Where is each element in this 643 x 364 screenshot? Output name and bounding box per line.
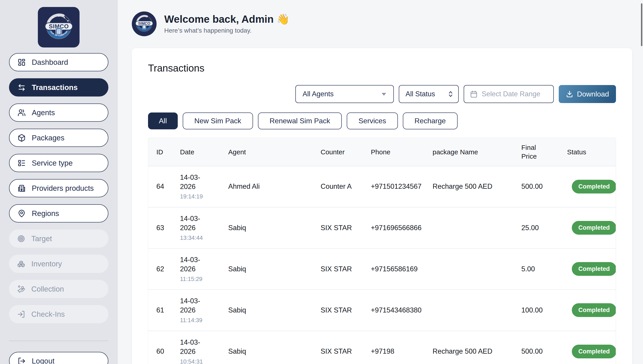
cell-status: Completed	[567, 248, 616, 290]
column-header-package-name: package Name	[433, 138, 521, 166]
cell-price: 100.00	[521, 290, 567, 331]
sidebar-item-label: Check-Ins	[31, 310, 65, 318]
sidebar-item-label: Regions	[32, 209, 59, 218]
status-badge: Completed	[572, 303, 616, 317]
dropdown-triangle-icon	[381, 92, 387, 96]
column-header-counter: Counter	[321, 138, 371, 166]
cell-package: Recharge 500 AED	[433, 331, 521, 364]
sidebar-item-label: Target	[31, 234, 52, 243]
table-header-row: ID Date Agent Counter Phone package Name…	[148, 138, 616, 166]
agents-filter-dropdown[interactable]: All Agents	[295, 85, 394, 103]
select-chevrons-icon	[448, 90, 453, 98]
sidebar-item-transactions[interactable]: Transactions	[9, 78, 108, 96]
sidebar-item-check-ins[interactable]: Check-Ins	[9, 305, 108, 323]
date-value: 14-03-2026	[180, 296, 207, 315]
cell-id: 62	[148, 248, 180, 290]
cell-id: 64	[148, 166, 180, 207]
time-value: 11:15:29	[180, 276, 228, 282]
download-button[interactable]: Download	[559, 85, 616, 103]
cell-agent: Sabiq	[228, 248, 321, 290]
status-filter-select[interactable]: All Status	[399, 85, 459, 103]
sidebar-item-label: Providers products	[32, 184, 94, 192]
cell-phone: +971696566866	[371, 207, 433, 248]
sidebar-item-agents[interactable]: Agents	[9, 104, 108, 122]
date-range-input[interactable]	[482, 90, 547, 98]
status-filter-value: All Status	[405, 90, 435, 98]
sidebar-item-service-type[interactable]: Service type	[9, 154, 108, 172]
page-title: Welcome back, Admin 👋	[164, 14, 290, 25]
table-row: 61 14-03-2026 11:14:39 Sabiq SIX STAR +9…	[148, 290, 616, 331]
target-icon	[17, 235, 25, 243]
cell-status: Completed	[567, 166, 616, 207]
cell-date: 14-03-2026 11:15:29	[180, 248, 228, 290]
time-value: 19:14:19	[180, 193, 228, 200]
tab-recharge[interactable]: Recharge	[403, 112, 458, 129]
vertical-scrollbar-thumb[interactable]	[641, 3, 642, 46]
date-value: 14-03-2026	[180, 173, 207, 192]
date-value: 14-03-2026	[180, 338, 207, 356]
agents-filter-value: All Agents	[303, 90, 334, 98]
sidebar-item-label: Agents	[32, 108, 55, 117]
tab-all[interactable]: All	[148, 112, 178, 129]
regions-pin-icon	[18, 210, 26, 218]
packages-box-icon	[18, 134, 26, 142]
table-row: 62 14-03-2026 11:15:29 Sabiq SIX STAR +9…	[148, 248, 616, 290]
cell-price: 25.00	[521, 207, 567, 248]
cell-agent: Sabiq	[228, 207, 321, 248]
cell-price: 500.00	[521, 166, 567, 207]
sidebar-item-packages[interactable]: Packages	[9, 129, 108, 147]
cell-counter: Counter A	[321, 166, 371, 207]
cell-agent: Sabiq	[228, 290, 321, 331]
sidebar-item-collection[interactable]: Collection	[9, 280, 108, 298]
table-row: 60 14-03-2026 10:54:31 Sabiq SIX STAR +9…	[148, 331, 616, 364]
logout-button[interactable]: Logout	[9, 352, 108, 364]
cell-id: 63	[148, 207, 180, 248]
date-value: 14-03-2026	[180, 255, 207, 274]
column-header-date: Date	[180, 138, 228, 166]
cell-status: Completed	[567, 207, 616, 248]
cell-counter: SIX STAR	[321, 207, 371, 248]
sidebar-nav: Dashboard Transactions Agents Packages S…	[0, 53, 117, 323]
date-range-field[interactable]	[464, 85, 554, 103]
sidebar-item-target[interactable]: Target	[9, 230, 108, 248]
filters-row: All Agents All Status	[148, 85, 616, 103]
cell-counter: SIX STAR	[321, 331, 371, 364]
category-tabs: All New Sim Pack Renewal Sim Pack Servic…	[148, 112, 616, 129]
status-badge: Completed	[572, 221, 616, 235]
logout-icon	[18, 357, 26, 364]
date-value: 14-03-2026	[180, 214, 207, 232]
cell-agent: Sabiq	[228, 331, 321, 364]
cell-id: 61	[148, 290, 180, 331]
column-header-id: ID	[148, 138, 180, 166]
cell-status: Completed	[567, 290, 616, 331]
cell-price: 500.00	[521, 331, 567, 364]
sidebar-item-regions[interactable]: Regions	[9, 204, 108, 222]
time-value: 13:34:44	[180, 234, 228, 242]
tab-services[interactable]: Services	[347, 112, 398, 129]
sidebar-item-dashboard[interactable]: Dashboard	[9, 53, 108, 71]
cell-phone: +971501234567	[371, 166, 433, 207]
sidebar-divider	[9, 340, 108, 341]
cell-date: 14-03-2026 13:34:44	[180, 207, 228, 248]
sidebar-item-inventory[interactable]: Inventory	[9, 255, 108, 273]
tab-new-sim-pack[interactable]: New Sim Pack	[183, 112, 253, 129]
cell-counter: SIX STAR	[321, 290, 371, 331]
inventory-cubes-icon	[17, 260, 25, 268]
cell-phone: +971543468380	[371, 290, 433, 331]
check-ins-login-icon	[17, 310, 25, 318]
cell-phone: +97156586169	[371, 248, 433, 290]
dashboard-grid-icon	[18, 58, 26, 66]
section-title: Transactions	[148, 62, 616, 74]
sidebar-item-providers-products[interactable]: Providers products	[9, 179, 108, 197]
sidebar-item-label: Dashboard	[32, 58, 68, 66]
tab-renewal-sim-pack[interactable]: Renewal Sim Pack	[258, 112, 342, 129]
table-row: 64 14-03-2026 19:14:19 Ahmed Ali Counter…	[148, 166, 616, 207]
time-value: 10:54:31	[180, 358, 228, 364]
transactions-table: ID Date Agent Counter Phone package Name…	[148, 138, 616, 364]
cell-package	[433, 290, 521, 331]
page-subtitle: Here’s what’s happening today.	[164, 27, 290, 34]
download-label: Download	[577, 90, 609, 98]
calendar-icon	[470, 90, 478, 98]
logout-label: Logout	[32, 357, 55, 364]
column-header-phone: Phone	[371, 138, 433, 166]
